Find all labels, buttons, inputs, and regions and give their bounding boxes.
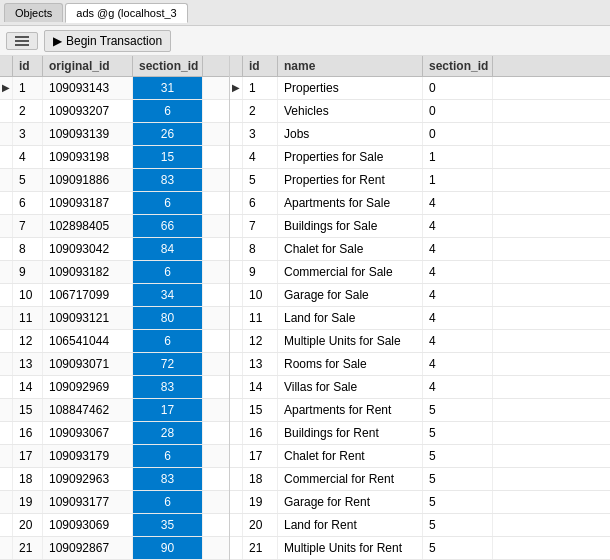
right-cell-section-id: 5	[423, 468, 493, 490]
left-panel: id original_id section_id ▶1109093143312…	[0, 56, 230, 560]
right-cell-name: Chalet for Rent	[278, 445, 423, 467]
right-cell-id: 9	[243, 261, 278, 283]
tab-objects[interactable]: Objects	[4, 3, 63, 22]
right-table-row[interactable]: 2Vehicles0	[230, 100, 610, 123]
left-table-row[interactable]: ▶110909314331	[0, 77, 229, 100]
left-cell-original-id: 109093069	[43, 514, 133, 536]
right-cell-id: 12	[243, 330, 278, 352]
left-table-body: ▶110909314331210909320763109093139264109…	[0, 77, 229, 560]
right-table-row[interactable]: ▶1Properties0	[230, 77, 610, 100]
right-cell-name: Properties for Sale	[278, 146, 423, 168]
left-cell-original-id: 109091886	[43, 169, 133, 191]
right-table-row[interactable]: 18Commercial for Rent5	[230, 468, 610, 491]
right-cell-id: 16	[243, 422, 278, 444]
left-cell-id: 10	[13, 284, 43, 306]
right-table-row[interactable]: 20Land for Rent5	[230, 514, 610, 537]
left-cell-section-id: 6	[133, 261, 203, 283]
right-row-arrow	[230, 445, 243, 467]
right-table-row[interactable]: 10Garage for Sale4	[230, 284, 610, 307]
right-cell-section-id: 4	[423, 330, 493, 352]
left-table-row[interactable]: 1010671709934	[0, 284, 229, 307]
right-table-row[interactable]: 11Land for Sale4	[230, 307, 610, 330]
row-arrow	[0, 445, 13, 467]
left-table-row[interactable]: 710289840566	[0, 215, 229, 238]
left-col-id-header: id	[13, 56, 43, 76]
left-arrow-col-header	[0, 56, 13, 76]
right-table-row[interactable]: 6Apartments for Sale4	[230, 192, 610, 215]
right-cell-section-id: 4	[423, 238, 493, 260]
left-table-row[interactable]: 2010909306935	[0, 514, 229, 537]
left-table-row[interactable]: 1510884746217	[0, 399, 229, 422]
left-table-row[interactable]: 1410909296983	[0, 376, 229, 399]
right-row-arrow	[230, 468, 243, 490]
left-table-row[interactable]: 2110909286790	[0, 537, 229, 560]
right-cell-name: Rooms for Sale	[278, 353, 423, 375]
begin-transaction-button[interactable]: ▶ Begin Transaction	[44, 30, 171, 52]
right-table-row[interactable]: 9Commercial for Sale4	[230, 261, 610, 284]
tab-ads[interactable]: ads @g (localhost_3	[65, 3, 187, 23]
right-table-row[interactable]: 14Villas for Sale4	[230, 376, 610, 399]
left-cell-section-id: 35	[133, 514, 203, 536]
left-cell-section-id: 83	[133, 376, 203, 398]
right-table-row[interactable]: 16Buildings for Rent5	[230, 422, 610, 445]
left-cell-original-id: 109093187	[43, 192, 133, 214]
right-row-arrow	[230, 514, 243, 536]
right-cell-name: Buildings for Rent	[278, 422, 423, 444]
right-table-row[interactable]: 12Multiple Units for Sale4	[230, 330, 610, 353]
left-cell-id: 19	[13, 491, 43, 513]
right-cell-id: 6	[243, 192, 278, 214]
left-cell-section-id: 84	[133, 238, 203, 260]
right-table-row[interactable]: 4Properties for Sale1	[230, 146, 610, 169]
begin-transaction-icon: ▶	[53, 34, 62, 48]
left-table-row[interactable]: 1810909296383	[0, 468, 229, 491]
right-cell-section-id: 4	[423, 353, 493, 375]
right-table-row[interactable]: 21Multiple Units for Rent5	[230, 537, 610, 560]
row-arrow	[0, 491, 13, 513]
right-arrow-col-header	[230, 56, 243, 76]
left-table-row[interactable]: 171090931796	[0, 445, 229, 468]
left-cell-id: 5	[13, 169, 43, 191]
left-cell-section-id: 66	[133, 215, 203, 237]
left-cell-id: 13	[13, 353, 43, 375]
left-table-row[interactable]: 310909313926	[0, 123, 229, 146]
row-arrow	[0, 100, 13, 122]
right-table-row[interactable]: 7Buildings for Sale4	[230, 215, 610, 238]
row-arrow	[0, 376, 13, 398]
right-cell-section-id: 5	[423, 491, 493, 513]
left-cell-id: 2	[13, 100, 43, 122]
left-table-row[interactable]: 21090932076	[0, 100, 229, 123]
left-cell-id: 4	[13, 146, 43, 168]
left-table-row[interactable]: 410909319815	[0, 146, 229, 169]
left-table-row[interactable]: 510909188683	[0, 169, 229, 192]
right-table-row[interactable]: 8Chalet for Sale4	[230, 238, 610, 261]
left-table-row[interactable]: 810909304284	[0, 238, 229, 261]
left-table-row[interactable]: 191090931776	[0, 491, 229, 514]
left-table-row[interactable]: 1610909306728	[0, 422, 229, 445]
right-table-row[interactable]: 15Apartments for Rent5	[230, 399, 610, 422]
begin-transaction-label: Begin Transaction	[66, 34, 162, 48]
left-cell-id: 1	[13, 77, 43, 99]
left-cell-section-id: 72	[133, 353, 203, 375]
row-arrow	[0, 330, 13, 352]
left-cell-original-id: 109093121	[43, 307, 133, 329]
row-arrow	[0, 537, 13, 559]
left-table-row[interactable]: 61090931876	[0, 192, 229, 215]
right-cell-section-id: 5	[423, 514, 493, 536]
left-table-row[interactable]: 1110909312180	[0, 307, 229, 330]
left-cell-section-id: 31	[133, 77, 203, 99]
right-table-row[interactable]: 5Properties for Rent1	[230, 169, 610, 192]
right-cell-name: Multiple Units for Rent	[278, 537, 423, 559]
menu-button[interactable]	[6, 32, 38, 50]
right-table-row[interactable]: 13Rooms for Sale4	[230, 353, 610, 376]
right-row-arrow	[230, 422, 243, 444]
right-table-row[interactable]: 19Garage for Rent5	[230, 491, 610, 514]
left-table-header: id original_id section_id	[0, 56, 229, 77]
left-table-row[interactable]: 121065410446	[0, 330, 229, 353]
left-table-row[interactable]: 91090931826	[0, 261, 229, 284]
right-row-arrow	[230, 353, 243, 375]
right-cell-section-id: 4	[423, 192, 493, 214]
right-table-row[interactable]: 17Chalet for Rent5	[230, 445, 610, 468]
left-table-row[interactable]: 1310909307172	[0, 353, 229, 376]
right-table-row[interactable]: 3Jobs0	[230, 123, 610, 146]
left-cell-original-id: 108847462	[43, 399, 133, 421]
